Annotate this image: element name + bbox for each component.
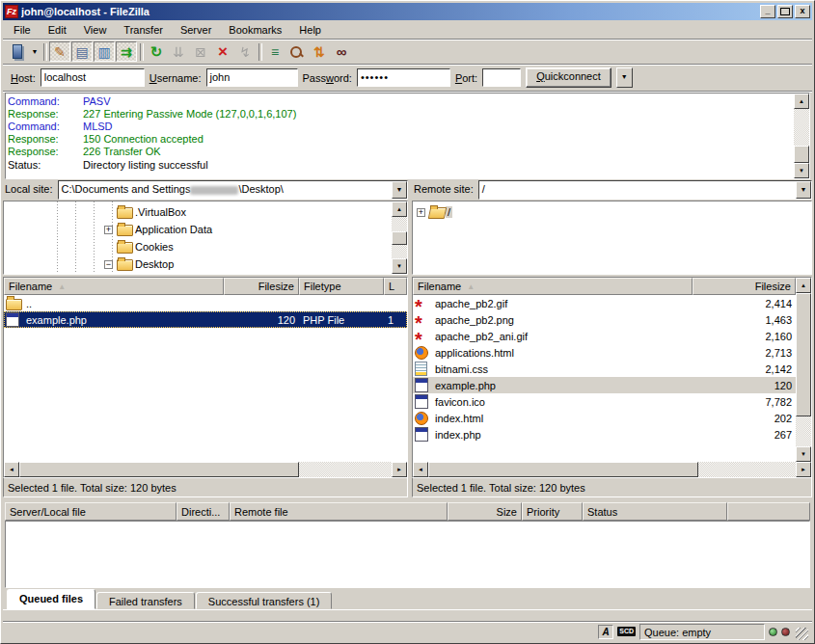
remote-file-row[interactable]: index.php 267 <box>413 426 796 443</box>
maximize-button[interactable] <box>777 5 793 18</box>
menu-item[interactable]: Bookmarks <box>220 21 290 39</box>
queue-col-priority[interactable]: Priority <box>522 502 583 521</box>
scroll-thumb[interactable] <box>19 462 299 477</box>
tree-expander-icon[interactable]: + <box>417 208 425 217</box>
toolbar-button[interactable]: × <box>212 41 233 62</box>
speed-limits-icon[interactable]: SCD <box>617 627 636 636</box>
file-size: 2,713 <box>693 347 796 359</box>
menu-item[interactable]: File <box>5 21 40 39</box>
scroll-down-icon[interactable]: ▼ <box>794 163 809 178</box>
toolbar-button[interactable]: ≡ <box>264 41 285 62</box>
menu-item[interactable]: Edit <box>40 21 75 39</box>
toolbar-button[interactable] <box>7 41 28 62</box>
quickconnect-dropdown[interactable]: ▼ <box>616 67 633 88</box>
local-file-row[interactable]: .. <box>4 295 407 311</box>
scroll-left-icon[interactable]: ◄ <box>4 462 19 477</box>
remote-file-row[interactable]: favicon.ico 7,782 <box>413 393 796 410</box>
username-input[interactable]: john <box>206 68 298 87</box>
toolbar-button[interactable]: ↻ <box>146 41 167 62</box>
scroll-up-icon[interactable]: ▲ <box>794 94 809 109</box>
toolbar-button[interactable]: ∞ <box>331 41 352 62</box>
remote-file-row[interactable]: apache_pb2_ani.gif 2,160 <box>413 328 796 344</box>
local-tree-item[interactable]: + Application Data <box>4 221 392 238</box>
queue-col-server-local[interactable]: Server/Local file <box>5 502 177 521</box>
toolbar-button[interactable]: ▼ <box>29 41 41 62</box>
remote-file-row[interactable]: apache_pb2.png 1,463 <box>413 311 796 328</box>
combo-dropdown-icon[interactable]: ▼ <box>392 181 407 199</box>
toolbar-button[interactable]: ↯ <box>234 41 256 62</box>
queue-tab[interactable]: Successful transfers (1) <box>196 592 333 609</box>
password-input[interactable]: •••••• <box>357 68 450 87</box>
transfer-type-indicator-icon[interactable]: A <box>598 625 613 639</box>
menu-item[interactable]: Transfer <box>115 21 172 39</box>
local-file-row[interactable]: example.php 120 PHP File 1 <box>4 311 407 328</box>
quickconnect-button[interactable]: Quickconnect <box>526 67 611 88</box>
minimize-button[interactable]: _ <box>760 5 775 18</box>
scroll-thumb[interactable] <box>392 231 407 245</box>
scroll-right-icon[interactable]: ► <box>796 462 811 477</box>
toolbar-button[interactable]: ⊠ <box>190 41 211 62</box>
remote-file-row[interactable]: example.php 120 <box>413 377 796 393</box>
host-input[interactable]: localhost <box>41 68 145 87</box>
scroll-right-icon[interactable]: ► <box>392 462 407 477</box>
scroll-up-icon[interactable]: ▲ <box>796 278 811 293</box>
tree-expander-icon[interactable]: − <box>104 260 113 269</box>
remote-status-text: Selected 1 file. Total size: 120 bytes <box>412 478 812 497</box>
remote-file-row[interactable]: bitnami.css 2,142 <box>413 361 796 377</box>
toolbar-button[interactable] <box>286 41 308 62</box>
queue-list[interactable] <box>5 521 810 588</box>
menu-item[interactable]: Help <box>290 21 330 39</box>
local-tree-item[interactable]: Cookies <box>4 238 392 255</box>
remote-file-row[interactable]: applications.html 2,713 <box>413 344 796 361</box>
column-header-filesize[interactable]: Filesize <box>224 278 299 295</box>
remote-tree-item[interactable]: + / <box>413 203 811 221</box>
queue-col-direction[interactable]: Directi... <box>177 502 230 521</box>
close-button[interactable]: x <box>795 5 810 18</box>
tree-expander-icon[interactable]: + <box>104 226 113 234</box>
remote-list-hscrollbar[interactable]: ◄ ► <box>413 462 811 477</box>
scroll-up-icon[interactable]: ▲ <box>392 201 407 217</box>
queue-col-remote-file[interactable]: Remote file <box>230 502 448 521</box>
queue-col-status[interactable]: Status <box>583 502 727 521</box>
local-tree-item[interactable]: .VirtualBox <box>4 203 392 221</box>
toolbar-button[interactable] <box>257 41 263 62</box>
column-header-filesize[interactable]: Filesize <box>693 278 796 295</box>
column-header-filename[interactable]: Filename▲ <box>413 278 693 295</box>
local-tree-item[interactable]: − Desktop <box>4 255 392 273</box>
scroll-down-icon[interactable]: ▼ <box>392 258 407 274</box>
remote-file-row[interactable]: index.html 202 <box>413 410 796 426</box>
column-header-filetype[interactable]: Filetype <box>299 278 384 295</box>
toolbar-button[interactable]: ⇊ <box>168 41 189 62</box>
menu-item[interactable]: View <box>75 21 116 39</box>
remote-list-scrollbar[interactable]: ▲ ▼ <box>796 278 811 462</box>
combo-dropdown-icon[interactable]: ▼ <box>796 181 811 199</box>
column-header-filename[interactable]: Filename▲ <box>4 278 224 295</box>
queue-tab[interactable]: Queued files <box>7 589 95 609</box>
toolbar-button[interactable]: ✎ <box>49 41 70 62</box>
queue-tab[interactable]: Failed transfers <box>96 592 195 609</box>
toolbar-button[interactable]: ▥ <box>94 41 115 62</box>
remote-site-combo[interactable]: / ▼ <box>478 180 812 200</box>
menu-item[interactable]: Server <box>172 21 220 39</box>
toolbar-button[interactable]: ⇉ <box>116 41 137 62</box>
folder-open-icon <box>429 205 446 219</box>
toolbar-button[interactable] <box>41 41 48 62</box>
scroll-thumb[interactable] <box>794 146 809 163</box>
scroll-left-icon[interactable]: ◄ <box>413 462 428 477</box>
column-header-modified[interactable]: L <box>384 278 407 295</box>
log-scrollbar[interactable]: ▲ ▼ <box>794 94 809 178</box>
local-list-hscrollbar[interactable]: ◄ ► <box>4 462 407 477</box>
queue-col-size[interactable]: Size <box>448 502 522 521</box>
port-input[interactable] <box>482 68 521 87</box>
resize-grip[interactable] <box>796 628 808 640</box>
toolbar-button[interactable]: ⇅ <box>309 41 330 62</box>
log-line-text: 227 Entering Passive Mode (127,0,0,1,6,1… <box>83 108 296 120</box>
local-tree-scrollbar[interactable]: ▲ ▼ <box>392 201 407 274</box>
local-site-combo[interactable]: C:\Documents and Settings\Desktop\ ▼ <box>58 180 408 200</box>
remote-file-row[interactable]: apache_pb2.gif 2,414 <box>413 295 796 311</box>
scroll-down-icon[interactable]: ▼ <box>796 446 811 462</box>
scroll-thumb[interactable] <box>428 462 698 477</box>
toolbar-button[interactable] <box>138 41 145 62</box>
scroll-thumb[interactable] <box>796 293 811 416</box>
toolbar-button[interactable]: ▤ <box>71 41 93 62</box>
